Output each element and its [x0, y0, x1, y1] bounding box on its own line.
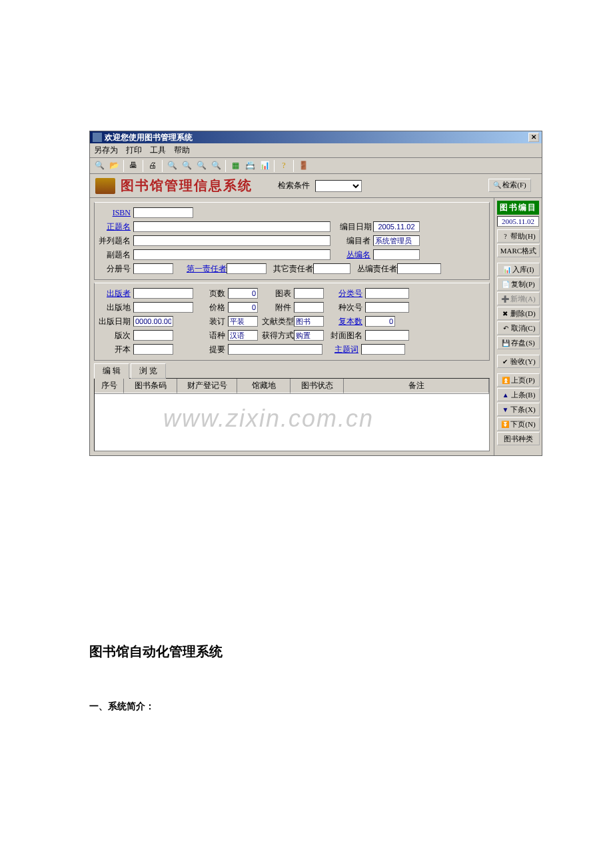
grid-icon[interactable]: ▦: [229, 159, 242, 173]
lbl-first-author: 第一责任者: [187, 263, 225, 275]
print-icon[interactable]: 🖨: [146, 159, 159, 173]
species-no-field[interactable]: [365, 302, 409, 313]
zoom-out-icon[interactable]: 🔍: [180, 159, 193, 173]
find-icon[interactable]: 🔍: [93, 159, 106, 173]
add-button[interactable]: ➕新增(A): [497, 292, 540, 305]
next-button[interactable]: ▼下条(X): [497, 403, 540, 416]
close-button[interactable]: ✕: [528, 133, 539, 142]
accept-button[interactable]: ✔验收(Y): [497, 355, 540, 368]
subject-field[interactable]: [361, 344, 405, 355]
open-icon[interactable]: 📂: [107, 159, 121, 173]
exit-icon[interactable]: 🚪: [297, 159, 310, 173]
catalog-date-field[interactable]: [373, 221, 420, 232]
subtitle-field[interactable]: [133, 249, 330, 260]
attachment-field[interactable]: [294, 302, 324, 313]
lbl-format: 开本: [97, 344, 132, 355]
edition-field[interactable]: [133, 330, 173, 341]
col-asset-no: 财产登记号: [177, 379, 237, 393]
lbl-pages: 页数: [203, 288, 227, 299]
search-select[interactable]: [315, 180, 362, 192]
series-author-field[interactable]: [397, 263, 441, 274]
isbn-field[interactable]: [133, 207, 193, 218]
doc-heading-2: 一、系统简介：: [89, 701, 613, 713]
zoom-fit-icon[interactable]: 🔍: [195, 159, 208, 173]
up-icon: ▲: [502, 391, 510, 399]
pages-field[interactable]: [228, 288, 258, 299]
charts-field[interactable]: [294, 288, 324, 299]
prev-button[interactable]: ▲上条(B): [497, 388, 540, 401]
lbl-parallel: 并列题名: [97, 235, 132, 247]
help-icon[interactable]: ?: [277, 159, 291, 173]
date-badge: 2005.11.02: [497, 216, 539, 227]
stats-icon[interactable]: 📊: [258, 159, 271, 173]
lbl-class-no: 分类号: [334, 288, 364, 299]
lbl-summary: 提要: [203, 344, 227, 355]
ruku-button[interactable]: 📊入库(I): [497, 263, 540, 276]
tab-browse[interactable]: 浏 览: [131, 363, 166, 379]
form-group-2: 出版者 页数 图表 分类号 出版地: [94, 283, 490, 361]
tab-edit[interactable]: 编 辑: [94, 363, 129, 379]
form-area: ISBN 正题名 编目日期 并列题名 编目者: [90, 198, 494, 455]
volume-field[interactable]: [133, 263, 173, 274]
help-button[interactable]: ?帮助(H): [497, 229, 540, 243]
delete-button[interactable]: ✖删除(D): [497, 307, 540, 320]
lbl-publisher: 出版者: [97, 288, 132, 299]
price-field[interactable]: [228, 302, 258, 313]
kinds-button[interactable]: 图书种类: [497, 432, 540, 445]
pgup-button[interactable]: ⏫上页(P): [497, 373, 540, 387]
series-field[interactable]: [373, 249, 420, 260]
doc-type-field[interactable]: [294, 316, 324, 327]
cataloger-field[interactable]: [373, 235, 420, 246]
publisher-field[interactable]: [133, 288, 193, 299]
lbl-pub-date: 出版日期: [97, 316, 132, 327]
lbl-catalog-date: 编目日期: [340, 221, 372, 233]
col-seq: 序号: [95, 379, 124, 393]
print-preview-icon[interactable]: 🖶: [127, 159, 140, 173]
lbl-subtitle: 副题名: [97, 249, 132, 261]
add-icon: ➕: [501, 295, 509, 303]
search-button[interactable]: 🔍检索(F): [488, 179, 531, 192]
summary-field[interactable]: [228, 344, 322, 355]
menu-print[interactable]: 打印: [126, 145, 142, 156]
data-grid[interactable]: 序号 图书条码 财产登记号 馆藏地 图书状态 备注: [94, 378, 490, 451]
window-title: 欢迎您使用图书管理系统: [105, 132, 193, 143]
check-icon: ✔: [501, 357, 509, 365]
help-icon: ?: [501, 232, 509, 240]
col-barcode: 图书条码: [124, 379, 177, 393]
binding-field[interactable]: [228, 316, 258, 327]
parallel-field[interactable]: [133, 235, 330, 246]
toolbar: 🔍 📂 🖶 🖨 🔍 🔍 🔍 🔍 ▦ 📇 📊 ? 🚪: [90, 158, 542, 174]
acq-method-field[interactable]: [294, 330, 324, 341]
pub-place-field[interactable]: [133, 302, 193, 313]
lbl-other-author: 其它责任者: [273, 263, 312, 275]
copy-button[interactable]: 📄复制(P): [497, 277, 540, 291]
other-author-field[interactable]: [313, 263, 350, 274]
save-button[interactable]: 💾存盘(S): [497, 336, 540, 349]
main-body: ISBN 正题名 编目日期 并列题名 编目者: [90, 198, 542, 455]
lbl-pub-place: 出版地: [97, 302, 132, 313]
class-no-field[interactable]: [365, 288, 409, 299]
zoom-100-icon[interactable]: 🔍: [209, 159, 223, 173]
pub-date-field[interactable]: [133, 316, 173, 327]
menu-save-as[interactable]: 另存为: [94, 145, 118, 156]
pgdn-button[interactable]: ⏬下页(N): [497, 417, 540, 431]
lbl-cataloger: 编目者: [340, 235, 372, 247]
title-field[interactable]: [133, 221, 330, 232]
zoom-in-icon[interactable]: 🔍: [165, 159, 179, 173]
tabs: 编 辑 浏 览: [94, 363, 490, 379]
app-icon: [93, 133, 102, 142]
lbl-binding: 装订: [203, 316, 227, 327]
menu-help[interactable]: 帮助: [174, 145, 190, 156]
col-status: 图书状态: [291, 379, 344, 393]
marc-button[interactable]: MARC格式: [497, 244, 540, 257]
menu-tools[interactable]: 工具: [150, 145, 166, 156]
cancel-button[interactable]: ↶取消(C): [497, 321, 540, 335]
first-icon: ⏫: [502, 376, 510, 384]
side-panel: 图书编目 2005.11.02 ?帮助(H) MARC格式 📊入库(I) 📄复制…: [494, 198, 542, 455]
format-field[interactable]: [133, 344, 173, 355]
language-field[interactable]: [228, 330, 258, 341]
cover-name-field[interactable]: [365, 330, 409, 341]
copies-field[interactable]: [365, 316, 395, 327]
calc-icon[interactable]: 📇: [243, 159, 257, 173]
first-author-field[interactable]: [227, 263, 267, 274]
